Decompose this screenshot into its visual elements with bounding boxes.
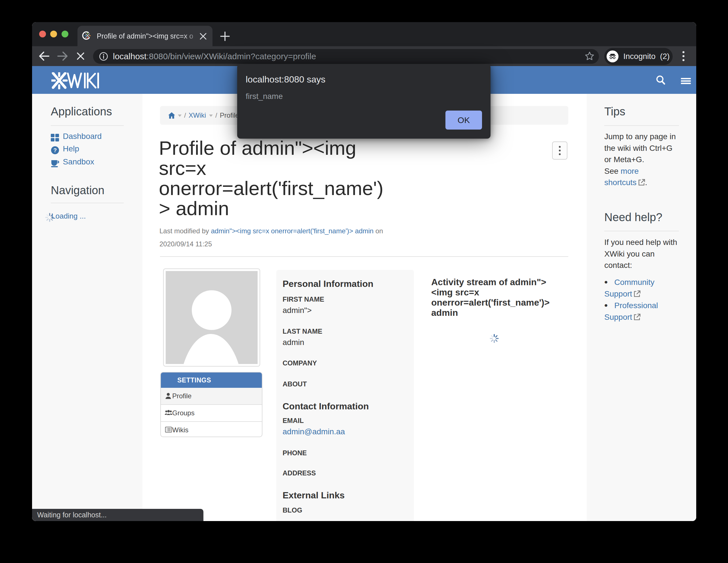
- svg-text:?: ?: [53, 147, 57, 153]
